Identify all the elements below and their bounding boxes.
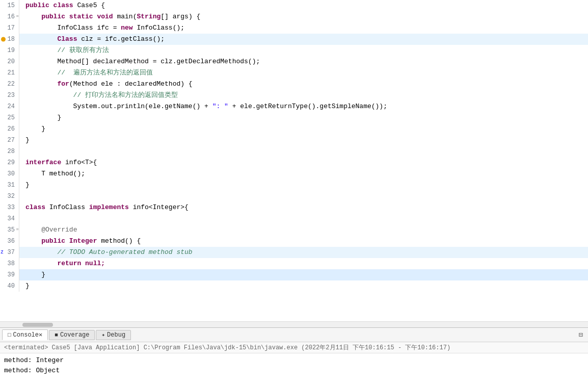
line-number: 33	[0, 202, 19, 213]
line-content: public static void main(String[] args) {	[23, 11, 588, 22]
code-line: 36 public Integer method() {	[0, 236, 588, 247]
breakpoint-indicator	[1, 37, 6, 42]
code-line: 39 }	[0, 269, 588, 280]
line-number: 15	[0, 0, 19, 11]
line-number: 38	[0, 258, 19, 269]
tab-console[interactable]: □ Console ✕	[2, 329, 48, 340]
line-content: for(Method ele : declaredMethod) {	[23, 79, 588, 90]
line-content: // TODO Auto-generated method stub	[23, 247, 588, 258]
code-scroll-area[interactable]: 15public class Case5 {=16 public static …	[0, 0, 588, 321]
line-content: Class clz = ifc.getClass();	[23, 34, 588, 45]
code-line: 22 for(Method ele : declaredMethod) {	[0, 79, 588, 90]
line-content	[23, 191, 588, 202]
console-output: method: Integermethod: Object	[0, 353, 588, 384]
line-number: 34	[0, 213, 19, 224]
line-content: }	[23, 280, 588, 292]
line-content: @Override	[23, 224, 588, 236]
console-icon: □	[8, 332, 11, 338]
code-line: 30 T method();	[0, 168, 588, 180]
line-number: 23	[0, 90, 19, 101]
line-content: // 获取所有方法	[23, 45, 588, 56]
code-line: 38 return null;	[0, 258, 588, 269]
line-number: 18	[0, 34, 19, 45]
line-number: =35	[0, 224, 19, 236]
code-line: 29interface info<T>{	[0, 157, 588, 168]
line-number: 21	[0, 67, 19, 79]
line-number: 26	[0, 123, 19, 135]
console-output-line: method: Integer	[4, 355, 584, 366]
tab-debug[interactable]: ✦ Debug	[96, 330, 131, 340]
line-content: return null;	[23, 258, 588, 269]
console-tab-suffix: ✕	[39, 331, 42, 339]
line-number: 32	[0, 191, 19, 202]
line-content: public Integer method() {	[23, 236, 588, 247]
console-tab-bar: □ Console ✕ ■ Coverage ✦ Debug ⊟	[0, 328, 588, 342]
line-number: 17	[0, 22, 19, 34]
code-line: z37 // TODO Auto-generated method stub	[0, 247, 588, 258]
line-number: 31	[0, 180, 19, 191]
code-line: 21 // 遍历方法名和方法的返回值	[0, 67, 588, 79]
code-line: 40}	[0, 280, 588, 292]
line-content: class InfoClass implements info<Integer>…	[23, 202, 588, 213]
line-content: Method[] declaredMethod = clz.getDeclare…	[23, 56, 588, 67]
debug-tab-label: Debug	[107, 331, 125, 339]
line-content	[23, 146, 588, 157]
line-content: // 遍历方法名和方法的返回值	[23, 67, 588, 79]
line-content: T method();	[23, 168, 588, 180]
code-line: 27}	[0, 135, 588, 146]
debug-icon: ✦	[101, 331, 105, 338]
code-line: =16 public static void main(String[] arg…	[0, 11, 588, 22]
code-line: 32	[0, 191, 588, 202]
console-panel: □ Console ✕ ■ Coverage ✦ Debug ⊟ <termin…	[0, 327, 588, 384]
code-line: 20 Method[] declaredMethod = clz.getDecl…	[0, 56, 588, 67]
line-content: }	[23, 135, 588, 146]
code-line: 33class InfoClass implements info<Intege…	[0, 202, 588, 213]
console-tab-label: Console	[13, 331, 39, 339]
coverage-icon: ■	[55, 332, 58, 338]
line-content: public class Case5 {	[23, 0, 588, 11]
code-editor: 15public class Case5 {=16 public static …	[0, 0, 588, 327]
line-number: 25	[0, 112, 19, 123]
code-line: =35 @Override	[0, 224, 588, 236]
line-content: }	[23, 123, 588, 135]
line-number: 39	[0, 269, 19, 280]
code-line: 28	[0, 146, 588, 157]
line-content: // 打印方法名和方法的返回值类型	[23, 90, 588, 101]
line-number: 24	[0, 101, 19, 112]
line-number: 29	[0, 157, 19, 168]
minimize-button[interactable]: ⊟	[576, 330, 586, 339]
line-content: }	[23, 112, 588, 123]
collapse-marker: =	[16, 224, 19, 235]
line-number: =16	[0, 11, 19, 22]
line-number: 36	[0, 236, 19, 247]
code-line: 31}	[0, 180, 588, 191]
tab-coverage[interactable]: ■ Coverage	[49, 330, 95, 340]
code-line: 15public class Case5 {	[0, 0, 588, 11]
code-line: 24 System.out.println(ele.getName() + ":…	[0, 101, 588, 112]
line-content: }	[23, 180, 588, 191]
line-number: 22	[0, 79, 19, 90]
code-line: 18 Class clz = ifc.getClass();	[0, 34, 588, 45]
code-line: 23 // 打印方法名和方法的返回值类型	[0, 90, 588, 101]
coverage-tab-label: Coverage	[60, 331, 90, 339]
line-content: }	[23, 269, 588, 280]
line-number: 20	[0, 56, 19, 67]
line-number: 30	[0, 168, 19, 180]
code-line: 26 }	[0, 123, 588, 135]
line-content: System.out.println(ele.getName() + ": " …	[23, 101, 588, 112]
debug-arrow: z	[1, 247, 4, 258]
horizontal-scrollbar[interactable]	[0, 321, 588, 327]
console-status: <terminated> Case5 [Java Application] C:…	[0, 342, 588, 353]
line-content	[23, 213, 588, 224]
line-number: 27	[0, 135, 19, 146]
code-line: 34	[0, 213, 588, 224]
line-number: 28	[0, 146, 19, 157]
collapse-marker: =	[16, 11, 19, 22]
line-content: interface info<T>{	[23, 157, 588, 168]
console-output-line: method: Object	[4, 366, 584, 376]
code-line: 17 InfoClass ifc = new InfoClass();	[0, 22, 588, 34]
line-number: z37	[0, 247, 19, 258]
code-line: 25 }	[0, 112, 588, 123]
line-content: InfoClass ifc = new InfoClass();	[23, 22, 588, 34]
line-number: 19	[0, 45, 19, 56]
